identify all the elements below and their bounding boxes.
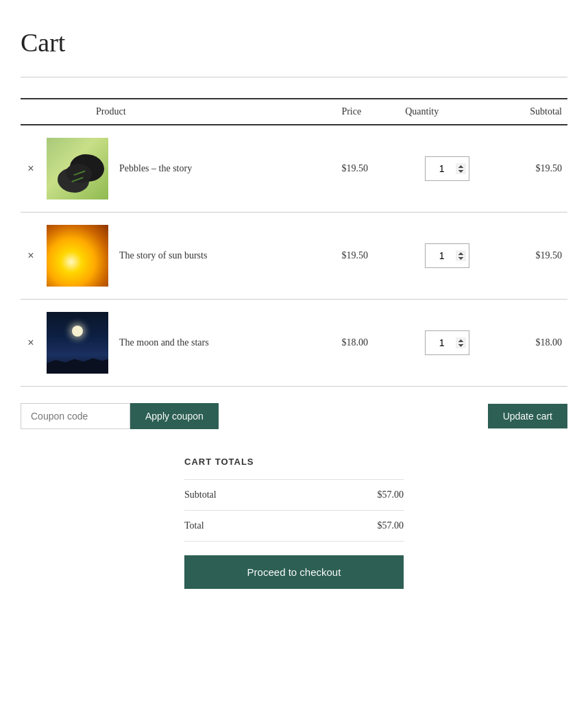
page-title: Cart <box>21 27 567 58</box>
product-price: $19.50 <box>336 125 400 213</box>
proceed-to-checkout-button[interactable]: Proceed to checkout <box>184 555 404 589</box>
product-subtotal: $19.50 <box>494 213 567 300</box>
product-cell: The story of sun bursts <box>41 213 336 300</box>
table-row: ×The story of sun bursts$19.50$19.50 <box>21 213 567 300</box>
coupon-area: Apply coupon <box>21 403 219 429</box>
product-name: Pebbles – the story <box>119 163 192 174</box>
product-image <box>47 225 108 287</box>
quantity-cell <box>400 300 494 387</box>
cart-totals-title: CART TOTALS <box>184 457 404 467</box>
product-name: The story of sun bursts <box>119 250 207 261</box>
remove-item-button[interactable]: × <box>27 337 34 349</box>
quantity-cell <box>400 125 494 213</box>
quantity-cell <box>400 213 494 300</box>
col-header-remove <box>21 99 41 125</box>
col-header-quantity: Quantity <box>400 99 494 125</box>
subtotal-value: $57.00 <box>378 489 404 500</box>
cart-table: Product Price Quantity Subtotal ×Pebbles… <box>21 98 567 387</box>
col-header-product: Product <box>41 99 336 125</box>
remove-cell: × <box>21 300 41 387</box>
col-header-subtotal: Subtotal <box>494 99 567 125</box>
product-cell: Pebbles – the story <box>41 125 336 213</box>
quantity-input[interactable] <box>425 330 469 355</box>
subtotal-label: Subtotal <box>184 489 217 500</box>
subtotal-row: Subtotal $57.00 <box>184 479 404 510</box>
update-cart-button[interactable]: Update cart <box>488 404 567 428</box>
quantity-input[interactable] <box>425 243 469 268</box>
remove-cell: × <box>21 125 41 213</box>
col-header-price: Price <box>336 99 400 125</box>
product-image <box>47 138 108 199</box>
remove-cell: × <box>21 213 41 300</box>
remove-item-button[interactable]: × <box>27 250 34 262</box>
total-value: $57.00 <box>378 520 404 531</box>
product-name: The moon and the stars <box>119 337 209 348</box>
table-row: ×The moon and the stars$18.00$18.00 <box>21 300 567 387</box>
cart-totals-section: CART TOTALS Subtotal $57.00 Total $57.00… <box>21 457 567 589</box>
coupon-input[interactable] <box>21 403 130 429</box>
product-image <box>47 312 108 374</box>
product-subtotal: $18.00 <box>494 300 567 387</box>
remove-item-button[interactable]: × <box>27 162 34 175</box>
apply-coupon-button[interactable]: Apply coupon <box>130 403 219 429</box>
product-price: $19.50 <box>336 213 400 300</box>
cart-totals-box: CART TOTALS Subtotal $57.00 Total $57.00… <box>184 457 404 589</box>
quantity-input[interactable] <box>425 156 469 181</box>
cart-actions: Apply coupon Update cart <box>21 403 567 429</box>
total-row: Total $57.00 <box>184 510 404 542</box>
total-label: Total <box>184 520 204 531</box>
product-cell: The moon and the stars <box>41 300 336 387</box>
table-row: ×Pebbles – the story$19.50$19.50 <box>21 125 567 213</box>
product-subtotal: $19.50 <box>494 125 567 213</box>
product-price: $18.00 <box>336 300 400 387</box>
divider <box>21 77 567 77</box>
